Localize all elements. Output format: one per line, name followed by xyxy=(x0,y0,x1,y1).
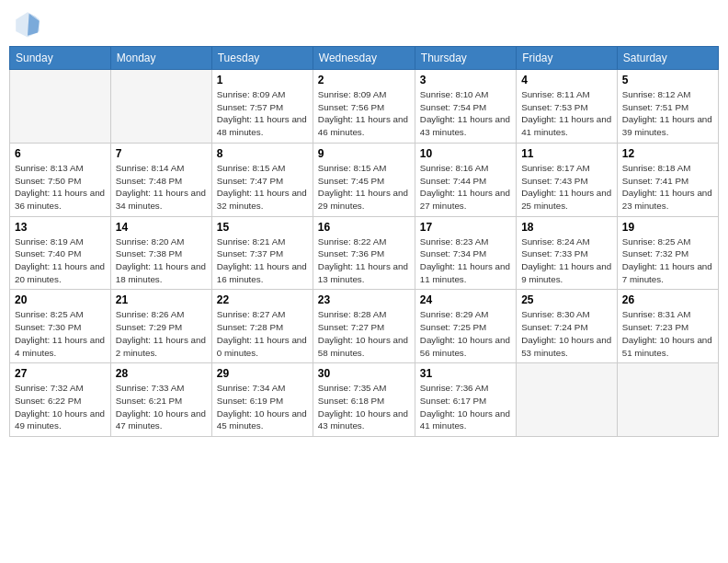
day-number: 6 xyxy=(15,147,106,160)
calendar-cell: 7Sunrise: 8:14 AM Sunset: 7:48 PM Daylig… xyxy=(110,143,211,216)
day-info: Sunrise: 8:27 AM Sunset: 7:28 PM Dayligh… xyxy=(217,308,308,359)
day-info: Sunrise: 8:30 AM Sunset: 7:24 PM Dayligh… xyxy=(521,308,612,359)
day-info: Sunrise: 8:09 AM Sunset: 7:56 PM Dayligh… xyxy=(318,88,410,139)
day-number: 24 xyxy=(420,293,511,306)
calendar-cell: 8Sunrise: 8:15 AM Sunset: 7:47 PM Daylig… xyxy=(211,143,313,216)
svg-marker-1 xyxy=(28,14,40,36)
day-number: 31 xyxy=(420,367,511,380)
day-number: 9 xyxy=(318,147,410,160)
calendar-cell: 31Sunrise: 7:36 AM Sunset: 6:17 PM Dayli… xyxy=(415,363,516,437)
day-info: Sunrise: 8:20 AM Sunset: 7:38 PM Dayligh… xyxy=(116,236,207,286)
day-info: Sunrise: 7:33 AM Sunset: 6:21 PM Dayligh… xyxy=(116,382,207,432)
calendar-cell: 13Sunrise: 8:19 AM Sunset: 7:40 PM Dayli… xyxy=(10,216,111,290)
calendar-cell: 26Sunrise: 8:31 AM Sunset: 7:23 PM Dayli… xyxy=(617,290,718,363)
logo xyxy=(13,9,46,39)
day-number: 27 xyxy=(15,367,106,380)
day-info: Sunrise: 8:15 AM Sunset: 7:47 PM Dayligh… xyxy=(217,162,308,213)
calendar-week-row: 6Sunrise: 8:13 AM Sunset: 7:50 PM Daylig… xyxy=(10,143,719,216)
day-info: Sunrise: 8:29 AM Sunset: 7:25 PM Dayligh… xyxy=(420,308,511,359)
calendar-cell: 19Sunrise: 8:25 AM Sunset: 7:32 PM Dayli… xyxy=(617,216,718,290)
day-info: Sunrise: 8:25 AM Sunset: 7:32 PM Dayligh… xyxy=(622,236,713,286)
calendar-cell xyxy=(617,363,718,437)
calendar-cell: 14Sunrise: 8:20 AM Sunset: 7:38 PM Dayli… xyxy=(110,216,211,290)
calendar-cell: 12Sunrise: 8:18 AM Sunset: 7:41 PM Dayli… xyxy=(617,143,718,216)
day-info: Sunrise: 7:36 AM Sunset: 6:17 PM Dayligh… xyxy=(420,382,511,432)
day-number: 4 xyxy=(521,74,612,86)
day-number: 12 xyxy=(622,147,713,160)
day-info: Sunrise: 7:34 AM Sunset: 6:19 PM Dayligh… xyxy=(217,382,308,432)
day-number: 5 xyxy=(622,74,713,86)
day-number: 8 xyxy=(217,147,308,160)
calendar-cell: 25Sunrise: 8:30 AM Sunset: 7:24 PM Dayli… xyxy=(517,290,618,363)
calendar-cell: 11Sunrise: 8:17 AM Sunset: 7:43 PM Dayli… xyxy=(517,143,618,216)
day-number: 26 xyxy=(622,293,713,306)
calendar-cell: 9Sunrise: 8:15 AM Sunset: 7:45 PM Daylig… xyxy=(313,143,415,216)
day-number: 30 xyxy=(318,367,410,380)
day-info: Sunrise: 8:31 AM Sunset: 7:23 PM Dayligh… xyxy=(622,308,713,359)
day-number: 21 xyxy=(116,293,207,306)
day-info: Sunrise: 8:09 AM Sunset: 7:57 PM Dayligh… xyxy=(217,88,308,139)
day-info: Sunrise: 8:15 AM Sunset: 7:45 PM Dayligh… xyxy=(318,162,410,213)
day-info: Sunrise: 8:26 AM Sunset: 7:29 PM Dayligh… xyxy=(116,308,207,359)
calendar-cell: 23Sunrise: 8:28 AM Sunset: 7:27 PM Dayli… xyxy=(313,290,415,363)
calendar-week-row: 20Sunrise: 8:25 AM Sunset: 7:30 PM Dayli… xyxy=(10,290,719,363)
page-header xyxy=(9,9,719,39)
calendar-cell: 22Sunrise: 8:27 AM Sunset: 7:28 PM Dayli… xyxy=(211,290,313,363)
calendar-table: SundayMondayTuesdayWednesdayThursdayFrid… xyxy=(9,46,719,437)
day-number: 11 xyxy=(521,147,612,160)
day-number: 3 xyxy=(420,74,511,86)
day-info: Sunrise: 7:35 AM Sunset: 6:18 PM Dayligh… xyxy=(318,382,410,432)
logo-icon xyxy=(13,9,42,39)
day-info: Sunrise: 8:23 AM Sunset: 7:34 PM Dayligh… xyxy=(420,236,511,286)
day-number: 2 xyxy=(318,74,410,86)
day-number: 15 xyxy=(217,221,308,234)
day-number: 29 xyxy=(217,367,308,380)
calendar-cell: 16Sunrise: 8:22 AM Sunset: 7:36 PM Dayli… xyxy=(313,216,415,290)
calendar-cell: 1Sunrise: 8:09 AM Sunset: 7:57 PM Daylig… xyxy=(211,70,313,144)
calendar-cell xyxy=(10,70,111,144)
day-info: Sunrise: 8:12 AM Sunset: 7:51 PM Dayligh… xyxy=(622,88,713,139)
calendar-cell: 17Sunrise: 8:23 AM Sunset: 7:34 PM Dayli… xyxy=(415,216,516,290)
day-info: Sunrise: 8:21 AM Sunset: 7:37 PM Dayligh… xyxy=(217,236,308,286)
day-info: Sunrise: 8:24 AM Sunset: 7:33 PM Dayligh… xyxy=(521,236,612,286)
day-info: Sunrise: 7:32 AM Sunset: 6:22 PM Dayligh… xyxy=(15,382,106,432)
weekday-header: Tuesday xyxy=(211,47,313,70)
day-info: Sunrise: 8:14 AM Sunset: 7:48 PM Dayligh… xyxy=(116,162,207,213)
calendar-cell: 15Sunrise: 8:21 AM Sunset: 7:37 PM Dayli… xyxy=(211,216,313,290)
day-info: Sunrise: 8:17 AM Sunset: 7:43 PM Dayligh… xyxy=(521,162,612,213)
day-info: Sunrise: 8:11 AM Sunset: 7:53 PM Dayligh… xyxy=(521,88,612,139)
calendar-cell: 18Sunrise: 8:24 AM Sunset: 7:33 PM Dayli… xyxy=(517,216,618,290)
day-info: Sunrise: 8:28 AM Sunset: 7:27 PM Dayligh… xyxy=(318,308,410,359)
day-info: Sunrise: 8:19 AM Sunset: 7:40 PM Dayligh… xyxy=(15,236,106,286)
day-number: 16 xyxy=(318,221,410,234)
weekday-header: Wednesday xyxy=(313,47,415,70)
weekday-header: Sunday xyxy=(10,47,111,70)
calendar-cell: 24Sunrise: 8:29 AM Sunset: 7:25 PM Dayli… xyxy=(415,290,516,363)
calendar-cell: 6Sunrise: 8:13 AM Sunset: 7:50 PM Daylig… xyxy=(10,143,111,216)
calendar-cell: 20Sunrise: 8:25 AM Sunset: 7:30 PM Dayli… xyxy=(10,290,111,363)
day-number: 1 xyxy=(217,74,308,86)
day-info: Sunrise: 8:13 AM Sunset: 7:50 PM Dayligh… xyxy=(15,162,106,213)
calendar-cell: 10Sunrise: 8:16 AM Sunset: 7:44 PM Dayli… xyxy=(415,143,516,216)
day-number: 28 xyxy=(116,367,207,380)
day-number: 25 xyxy=(521,293,612,306)
weekday-header-row: SundayMondayTuesdayWednesdayThursdayFrid… xyxy=(10,47,719,70)
calendar-cell: 21Sunrise: 8:26 AM Sunset: 7:29 PM Dayli… xyxy=(110,290,211,363)
day-number: 17 xyxy=(420,221,511,234)
weekday-header: Friday xyxy=(517,47,618,70)
calendar-cell: 2Sunrise: 8:09 AM Sunset: 7:56 PM Daylig… xyxy=(313,70,415,144)
calendar-cell xyxy=(110,70,211,144)
day-number: 18 xyxy=(521,221,612,234)
calendar-cell: 5Sunrise: 8:12 AM Sunset: 7:51 PM Daylig… xyxy=(617,70,718,144)
calendar-week-row: 27Sunrise: 7:32 AM Sunset: 6:22 PM Dayli… xyxy=(10,363,719,437)
day-info: Sunrise: 8:10 AM Sunset: 7:54 PM Dayligh… xyxy=(420,88,511,139)
day-number: 19 xyxy=(622,221,713,234)
calendar-cell: 30Sunrise: 7:35 AM Sunset: 6:18 PM Dayli… xyxy=(313,363,415,437)
calendar-cell: 27Sunrise: 7:32 AM Sunset: 6:22 PM Dayli… xyxy=(10,363,111,437)
day-info: Sunrise: 8:25 AM Sunset: 7:30 PM Dayligh… xyxy=(15,308,106,359)
day-number: 20 xyxy=(15,293,106,306)
day-number: 22 xyxy=(217,293,308,306)
day-info: Sunrise: 8:22 AM Sunset: 7:36 PM Dayligh… xyxy=(318,236,410,286)
day-number: 23 xyxy=(318,293,410,306)
weekday-header: Monday xyxy=(110,47,211,70)
